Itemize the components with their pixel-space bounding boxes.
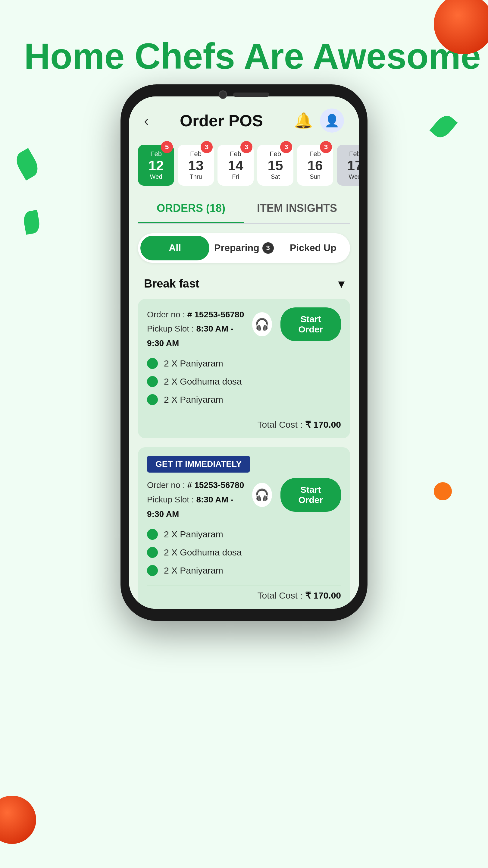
item-qty-0-2: 2 X Paniyaram xyxy=(164,395,223,405)
leaf-decoration-3 xyxy=(429,112,458,141)
scroll-content[interactable]: Break fast ▾ Order no : # 15253-56780 Pi… xyxy=(129,269,359,609)
avatar[interactable]: 👤 xyxy=(320,108,344,133)
order-card-1: GET IT IMMEDIATELY Order no : # 15253-56… xyxy=(138,447,350,609)
date-daynum-3: 15 xyxy=(267,158,283,173)
date-daynum-4: 16 xyxy=(307,158,323,173)
item-qty-1-2: 2 X Paniyaram xyxy=(164,565,223,576)
order-number-0: Order no : # 15253-56780 xyxy=(147,307,252,322)
pickup-slot-1: Pickup Slot : 8:30 AM - 9:30 AM xyxy=(147,493,252,521)
chevron-down-icon: ▾ xyxy=(338,277,344,290)
item-row-1-2: 2 X Paniyaram xyxy=(147,561,341,580)
start-order-button-1[interactable]: Start Order xyxy=(281,478,341,512)
leaf-decoration-2 xyxy=(22,210,41,235)
date-month-4: Feb xyxy=(310,150,321,158)
date-weekday-5: Wed xyxy=(349,173,359,180)
app-title: Order POS xyxy=(180,111,263,130)
phone-camera xyxy=(219,90,227,99)
item-radio-1-1[interactable] xyxy=(147,547,158,558)
orange-dot-decoration xyxy=(434,482,452,500)
item-row-0-0: 2 X Paniyaram xyxy=(147,354,341,373)
date-daynum-0: 12 xyxy=(148,158,164,173)
item-qty-0-1: 2 X Godhuma dosa xyxy=(164,376,242,387)
phone-speaker xyxy=(233,93,269,97)
date-weekday-3: Sat xyxy=(271,173,280,180)
date-item-3[interactable]: 3 Feb 15 Sat xyxy=(257,145,293,186)
filter-all[interactable]: All xyxy=(140,236,209,260)
date-month-5: Feb xyxy=(349,150,359,158)
notification-icon[interactable]: 🔔 xyxy=(294,112,313,129)
order-card-header-1: Order no : # 15253-56780 Pickup Slot : 8… xyxy=(147,478,341,521)
date-month-2: Feb xyxy=(230,150,241,158)
date-item-1[interactable]: 3 Feb 13 Thru xyxy=(178,145,214,186)
item-row-0-1: 2 X Godhuma dosa xyxy=(147,373,341,391)
date-item-5[interactable]: Feb 17 Wed xyxy=(337,145,359,186)
item-qty-1-1: 2 X Godhuma dosa xyxy=(164,547,242,558)
date-badge-4: 3 xyxy=(320,141,332,153)
date-daynum-5: 17 xyxy=(347,158,359,173)
total-row-0: Total Cost : ₹ 170.00 xyxy=(147,415,341,430)
back-button[interactable]: ‹ xyxy=(144,113,149,129)
filter-row: All Preparing 3 Picked Up xyxy=(138,233,350,263)
date-month-0: Feb xyxy=(150,150,162,158)
item-qty-1-0: 2 X Paniyaram xyxy=(164,529,223,539)
date-badge-1: 3 xyxy=(201,141,213,153)
leaf-decoration-1 xyxy=(13,148,42,181)
filter-picked-up[interactable]: Picked Up xyxy=(279,236,348,260)
item-row-1-1: 2 X Godhuma dosa xyxy=(147,544,341,561)
order-card-header-0: Order no : # 15253-56780 Pickup Slot : 8… xyxy=(147,307,341,350)
pickup-slot-0: Pickup Slot : 8:30 AM - 9:30 AM xyxy=(147,321,252,350)
date-badge-2: 3 xyxy=(240,141,253,153)
filter-preparing[interactable]: Preparing 3 xyxy=(209,236,278,260)
date-month-1: Feb xyxy=(190,150,201,158)
item-radio-1-2[interactable] xyxy=(147,565,158,576)
date-item-4[interactable]: 3 Feb 16 Sun xyxy=(297,145,333,186)
phone-notch xyxy=(219,90,269,99)
date-weekday-0: Wed xyxy=(150,173,162,180)
tab-orders[interactable]: ORDERS (18) xyxy=(138,195,244,223)
section-header[interactable]: Break fast ▾ xyxy=(138,269,350,299)
header-icons: 🔔 👤 xyxy=(294,108,344,133)
total-amount-1: ₹ 170.00 xyxy=(305,590,341,600)
order-number-1: Order no : # 15253-56780 xyxy=(147,478,252,493)
app-header: ‹ Order POS 🔔 👤 xyxy=(129,96,359,138)
date-item-2[interactable]: 3 Feb 14 Fri xyxy=(218,145,254,186)
order-info-0: Order no : # 15253-56780 Pickup Slot : 8… xyxy=(147,307,252,350)
date-daynum-1: 13 xyxy=(188,158,203,173)
order-tag-immediate: GET IT IMMEDIATELY xyxy=(147,456,250,472)
date-month-3: Feb xyxy=(270,150,281,158)
date-weekday-1: Thru xyxy=(190,173,202,180)
order-card-0: Order no : # 15253-56780 Pickup Slot : 8… xyxy=(138,299,350,438)
item-row-0-2: 2 X Paniyaram xyxy=(147,391,341,409)
start-order-button-0[interactable]: Start Order xyxy=(281,307,341,341)
headphone-icon-0[interactable]: 🎧 xyxy=(252,312,272,336)
tab-item-insights[interactable]: ITEM INSIGHTS xyxy=(244,195,350,223)
item-row-1-0: 2 X Paniyaram xyxy=(147,525,341,544)
date-weekday-4: Sun xyxy=(310,173,321,180)
headphone-icon-1[interactable]: 🎧 xyxy=(252,483,272,507)
phone-screen: ‹ Order POS 🔔 👤 5 Feb 12 Wed 3 xyxy=(129,96,359,609)
date-daynum-2: 14 xyxy=(228,158,243,173)
total-row-1: Total Cost : ₹ 170.00 xyxy=(147,586,341,601)
date-selector: 5 Feb 12 Wed 3 Feb 13 Thru 3 Feb 14 xyxy=(129,138,359,192)
item-qty-0-0: 2 X Paniyaram xyxy=(164,358,223,369)
item-radio-0-1[interactable] xyxy=(147,376,158,387)
item-radio-0-2[interactable] xyxy=(147,394,158,405)
tomato-decoration-bottom xyxy=(0,796,36,844)
item-radio-0-0[interactable] xyxy=(147,358,158,369)
date-badge-0: 5 xyxy=(161,141,173,153)
order-header-right-0: 🎧 Start Order xyxy=(252,307,341,341)
preparing-badge: 3 xyxy=(262,242,274,254)
order-header-right-1: 🎧 Start Order xyxy=(252,478,341,512)
date-badge-3: 3 xyxy=(280,141,292,153)
date-item-0[interactable]: 5 Feb 12 Wed xyxy=(138,145,174,186)
phone-frame-wrapper: ‹ Order POS 🔔 👤 5 Feb 12 Wed 3 xyxy=(121,84,367,621)
item-radio-1-0[interactable] xyxy=(147,529,158,540)
total-amount-0: ₹ 170.00 xyxy=(305,420,341,430)
order-info-1: Order no : # 15253-56780 Pickup Slot : 8… xyxy=(147,478,252,521)
date-weekday-2: Fri xyxy=(232,173,239,180)
section-title: Break fast xyxy=(144,277,199,290)
page-headline: Home Chefs Are Awesome xyxy=(24,36,481,76)
phone-frame: ‹ Order POS 🔔 👤 5 Feb 12 Wed 3 xyxy=(121,84,367,621)
tabs-row: ORDERS (18) ITEM INSIGHTS xyxy=(138,195,350,224)
